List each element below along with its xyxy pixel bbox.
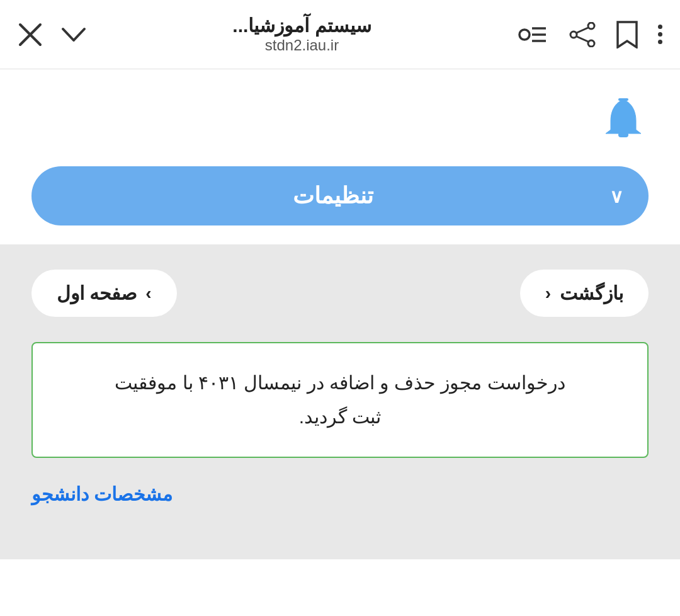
back-button[interactable]: بازگشت ‹ — [520, 270, 649, 317]
svg-line-4 — [577, 37, 588, 42]
svg-point-2 — [588, 40, 594, 47]
page-url: stdn2.iau.ir — [265, 37, 339, 54]
svg-rect-11 — [618, 132, 628, 137]
three-dots-icon[interactable] — [658, 25, 662, 44]
success-message-box: درخواست مجوز حذف و اضافه در نیمسال ۴۰۳۱ … — [31, 342, 649, 458]
home-chevron-icon: › — [145, 283, 151, 304]
back-label: بازگشت — [560, 282, 623, 304]
browser-toolbar: سیستم آموزشیا... stdn2.iau.ir — [0, 0, 680, 69]
settings-button[interactable]: ∨ تنظیمات — [31, 166, 649, 225]
svg-point-1 — [570, 31, 577, 38]
bookmark-icon[interactable] — [616, 21, 638, 48]
toolbar-right-icons — [18, 22, 87, 47]
nav-buttons: › صفحه اول بازگشت ‹ — [31, 270, 649, 317]
svg-point-0 — [588, 23, 594, 29]
toolbar-center: سیستم آموزشیا... stdn2.iau.ir — [106, 14, 498, 54]
bell-container — [31, 94, 649, 147]
close-icon[interactable] — [18, 22, 43, 47]
success-text-line2: ثبت گردید. — [58, 400, 622, 434]
home-label: صفحه اول — [57, 282, 137, 304]
success-text-line1: درخواست مجوز حذف و اضافه در نیمسال ۴۰۳۱ … — [58, 366, 622, 400]
page-title: سیستم آموزشیا... — [232, 14, 371, 37]
svg-line-3 — [577, 28, 588, 33]
student-info-section: مشخصات دانشجو — [31, 483, 649, 505]
toolbar-left-icons — [517, 21, 662, 48]
reader-mode-icon[interactable] — [517, 22, 548, 47]
share-icon[interactable] — [569, 22, 596, 47]
bell-icon — [598, 94, 649, 145]
chevron-down-icon[interactable] — [60, 25, 87, 44]
page-content: ∨ تنظیمات — [0, 69, 680, 244]
settings-label: تنظیمات — [57, 183, 609, 209]
back-chevron-icon: ‹ — [545, 283, 551, 304]
gray-section: › صفحه اول بازگشت ‹ درخواست مجوز حذف و ا… — [0, 244, 680, 559]
settings-chevron-icon: ∨ — [609, 185, 623, 207]
home-button[interactable]: › صفحه اول — [31, 270, 177, 317]
svg-point-5 — [519, 30, 530, 40]
student-info-link[interactable]: مشخصات دانشجو — [31, 484, 173, 505]
